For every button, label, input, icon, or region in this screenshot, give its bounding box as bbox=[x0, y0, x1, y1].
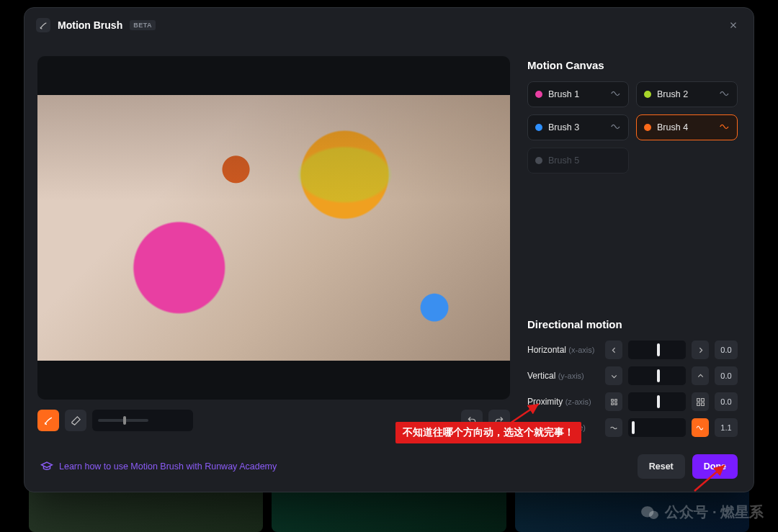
motion-canvas-title: Motion Canvas bbox=[527, 59, 738, 71]
learn-link[interactable]: Learn how to use Motion Brush with Runwa… bbox=[40, 460, 277, 473]
brush-color-dot bbox=[644, 91, 651, 98]
wave-icon bbox=[611, 123, 621, 132]
directional-title: Directional motion bbox=[527, 318, 738, 330]
arrow-left-icon[interactable] bbox=[605, 341, 622, 359]
dir-row-vertical: Vertical (y-axis)0.0 bbox=[527, 366, 738, 385]
wave-low-icon[interactable] bbox=[605, 418, 622, 437]
grid-small-icon[interactable] bbox=[605, 392, 622, 411]
brush-grid: Brush 1Brush 2Brush 3Brush 4Brush 5 bbox=[527, 81, 738, 173]
dir-value: 1.1 bbox=[715, 418, 738, 437]
arrow-up-icon[interactable] bbox=[692, 366, 709, 385]
watermark: 公众号 · 燃星系 bbox=[640, 502, 764, 522]
dir-label: Horizontal (x-axis) bbox=[527, 345, 599, 355]
wechat-icon bbox=[640, 505, 659, 520]
learn-link-text: Learn how to use Motion Brush with Runwa… bbox=[59, 461, 277, 472]
brush-label: Brush 1 bbox=[548, 89, 579, 99]
academy-icon bbox=[40, 460, 53, 473]
close-button[interactable] bbox=[725, 17, 742, 34]
canvas-image[interactable] bbox=[37, 95, 510, 361]
canvas-panel bbox=[24, 43, 523, 444]
brush-color-dot bbox=[535, 157, 542, 164]
brush-color-dot bbox=[644, 124, 651, 131]
dir-row-horizontal: Horizontal (x-axis)0.0 bbox=[527, 341, 738, 359]
svg-rect-7 bbox=[701, 402, 704, 405]
dialog-titlebar: Motion Brush BETA bbox=[24, 8, 754, 43]
motion-brush-dialog: Motion Brush BETA bbox=[24, 7, 754, 492]
dir-value: 0.0 bbox=[715, 341, 738, 359]
grid-large-icon[interactable] bbox=[692, 392, 709, 411]
svg-rect-5 bbox=[701, 398, 704, 401]
wave-icon bbox=[720, 90, 730, 99]
paint-tool-button[interactable] bbox=[37, 410, 59, 431]
dialog-title: Motion Brush bbox=[58, 19, 122, 31]
svg-rect-1 bbox=[614, 399, 617, 401]
brush-label: Brush 2 bbox=[657, 89, 688, 99]
brush-4-button[interactable]: Brush 4 bbox=[636, 114, 738, 140]
brush-color-dot bbox=[535, 124, 542, 131]
side-panel: Motion Canvas Brush 1Brush 2Brush 3Brush… bbox=[523, 43, 754, 444]
dir-value: 0.0 bbox=[715, 366, 738, 385]
brush-color-dot bbox=[535, 91, 542, 98]
brush-3-button[interactable]: Brush 3 bbox=[527, 114, 629, 140]
brush-icon bbox=[36, 18, 50, 32]
arrow-down-icon[interactable] bbox=[605, 366, 622, 385]
svg-rect-3 bbox=[614, 402, 617, 405]
watermark-text: 公众号 · 燃星系 bbox=[665, 502, 764, 522]
annotation-callout: 不知道往哪个方向动，选这个就完事！ bbox=[395, 422, 581, 443]
svg-rect-6 bbox=[697, 402, 699, 405]
annotation-arrow-done bbox=[690, 461, 733, 494]
brush-5-button: Brush 5 bbox=[527, 148, 629, 173]
dir-slider[interactable] bbox=[628, 418, 686, 437]
dialog-footer: Learn how to use Motion Brush with Runwa… bbox=[24, 444, 754, 492]
beta-badge: BETA bbox=[130, 20, 156, 30]
brush-size-slider[interactable] bbox=[92, 410, 193, 431]
brush-2-button[interactable]: Brush 2 bbox=[636, 81, 738, 107]
arrow-right-icon[interactable] bbox=[692, 341, 709, 359]
dir-slider[interactable] bbox=[628, 341, 686, 359]
wave-icon bbox=[720, 123, 730, 132]
brush-label: Brush 3 bbox=[548, 122, 579, 132]
brush-1-button[interactable]: Brush 1 bbox=[527, 81, 629, 107]
brush-label: Brush 5 bbox=[548, 155, 579, 166]
wave-high-icon[interactable] bbox=[692, 418, 709, 437]
brush-label: Brush 4 bbox=[657, 122, 688, 132]
dir-value: 0.0 bbox=[715, 392, 738, 411]
svg-rect-2 bbox=[611, 402, 613, 405]
svg-point-9 bbox=[649, 510, 658, 518]
dir-label: Vertical (y-axis) bbox=[527, 371, 599, 381]
dir-slider[interactable] bbox=[628, 366, 686, 385]
wave-icon bbox=[611, 90, 621, 99]
erase-tool-button[interactable] bbox=[65, 410, 86, 431]
reset-button[interactable]: Reset bbox=[638, 454, 685, 479]
svg-rect-0 bbox=[611, 399, 613, 401]
dir-row-proximity: Proximity (z-axis)0.0 bbox=[527, 392, 738, 411]
canvas-viewport[interactable] bbox=[37, 56, 510, 400]
dir-slider[interactable] bbox=[628, 392, 686, 411]
annotation-arrow-ambient bbox=[504, 400, 547, 428]
svg-rect-4 bbox=[697, 398, 699, 401]
